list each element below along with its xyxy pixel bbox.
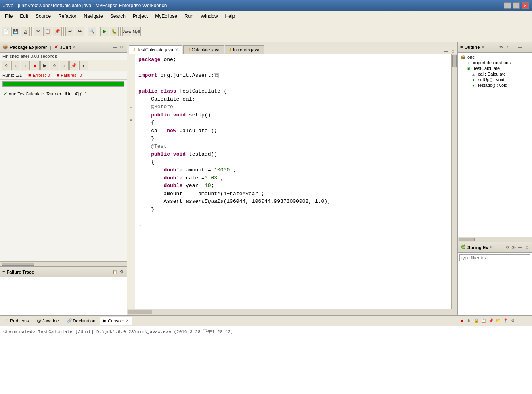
menu-navigate[interactable]: Navigate: [80, 13, 106, 20]
bottom-tab-console[interactable]: ▶ Console ✕: [100, 317, 132, 325]
editor-minimize[interactable]: —: [444, 48, 449, 54]
failure-trace-copy[interactable]: 📋: [112, 269, 118, 275]
menu-help[interactable]: Help: [222, 13, 239, 20]
junit-pin[interactable]: 📌: [69, 61, 78, 70]
toolbar-redo[interactable]: ↪: [75, 27, 84, 36]
junit-close-icon[interactable]: ✕: [73, 45, 76, 49]
junit-stop[interactable]: ■: [31, 61, 40, 70]
toolbar-paste[interactable]: 📌: [53, 27, 62, 36]
toolbar-search[interactable]: 🔍: [88, 27, 96, 36]
spring-refresh[interactable]: ↺: [505, 244, 510, 250]
toolbar-cut[interactable]: ✂: [34, 27, 42, 36]
menu-edit[interactable]: Edit: [17, 13, 31, 20]
menu-window[interactable]: Window: [197, 13, 221, 20]
toolbar-myeclipse[interactable]: MyE: [132, 27, 141, 36]
console-clear[interactable]: 🗑: [466, 318, 472, 324]
junit-rerun[interactable]: ▶: [40, 61, 49, 70]
console-open-file[interactable]: 📂: [495, 318, 501, 324]
outline-scroll-thumb[interactable]: [459, 238, 475, 241]
console-maximize[interactable]: □: [524, 318, 530, 324]
menu-myeclipse[interactable]: MyEclipse: [152, 13, 180, 20]
toolbar-java[interactable]: Java: [122, 27, 131, 36]
outline-scrollbar-horizontal[interactable]: [458, 237, 532, 242]
outline-item-package[interactable]: 📦 one: [459, 54, 530, 60]
menu-file[interactable]: File: [2, 13, 16, 20]
outline-item-testadd[interactable]: ● testadd() : void: [459, 82, 530, 88]
minimize-button[interactable]: —: [504, 2, 511, 9]
outline-item-field[interactable]: ▲ cal : Calculate: [459, 71, 530, 77]
bottom-tab-javadoc[interactable]: @ Javadoc: [33, 317, 62, 325]
maximize-left-panel[interactable]: □: [119, 44, 124, 50]
toolbar-undo[interactable]: ↩: [65, 27, 74, 36]
junit-next-failure[interactable]: ↓: [11, 61, 20, 70]
outline-item-class[interactable]: ◉ TestCalculate: [459, 65, 530, 71]
minimize-left-panel[interactable]: —: [112, 44, 118, 50]
editor-tab-testcalculate[interactable]: J TestCalculate.java ✕: [129, 45, 182, 54]
editor-tab-calculate[interactable]: J Calculate.java: [183, 45, 224, 54]
console-pin[interactable]: 📍: [502, 318, 509, 324]
outline-item-imports[interactable]: ▹ import declarations: [459, 60, 530, 65]
outline-collapse[interactable]: ≫: [498, 44, 504, 50]
console-minimize[interactable]: —: [517, 318, 523, 324]
junit-prev-failure[interactable]: ↑: [21, 61, 30, 70]
editor-scroll-thumb-h[interactable]: [128, 310, 152, 314]
maximize-button[interactable]: □: [513, 2, 520, 9]
close-button[interactable]: ✕: [522, 2, 529, 9]
junit-label[interactable]: JUnit: [60, 45, 71, 50]
toolbar-run[interactable]: ▶: [100, 27, 109, 36]
console-close[interactable]: ✕: [126, 318, 129, 323]
bottom-tab-problems[interactable]: ⚠ Problems: [2, 317, 32, 325]
menu-bar: File Edit Source Refactor Navigate Searc…: [0, 11, 532, 21]
outline-minimize[interactable]: —: [517, 44, 523, 50]
spring-minimize[interactable]: —: [517, 244, 523, 250]
toolbar-save[interactable]: 💾: [11, 27, 20, 36]
console-copy[interactable]: 📋: [480, 318, 487, 324]
bottom-tab-declaration[interactable]: 🔗 Declaration: [63, 317, 99, 325]
outline-filter[interactable]: ⚙: [511, 44, 517, 50]
menu-run[interactable]: Run: [181, 13, 197, 20]
editor-scroll-thumb-v[interactable]: [452, 55, 457, 67]
outline-close[interactable]: ✕: [481, 45, 484, 49]
junit-scroll[interactable]: ↕: [60, 61, 69, 70]
junit-show-only-failures[interactable]: ⚠: [50, 61, 59, 70]
console-paste[interactable]: 📌: [488, 318, 494, 324]
junit-view-menu[interactable]: ▾: [79, 61, 88, 70]
menu-source[interactable]: Source: [32, 13, 54, 20]
tab-close-1[interactable]: ✕: [175, 48, 178, 52]
junit-scrollbar[interactable]: [0, 261, 127, 266]
spring-close[interactable]: ✕: [490, 245, 493, 249]
console-scroll-lock[interactable]: 🔒: [473, 318, 480, 324]
outline-sort[interactable]: ↕: [505, 44, 510, 50]
editor-scrollbar-vertical[interactable]: [451, 54, 457, 309]
editor-scrollbar-horizontal[interactable]: [127, 309, 457, 315]
console-settings[interactable]: ⚙: [509, 318, 516, 324]
spring-collapse[interactable]: ≫: [511, 244, 517, 250]
junit-scroll-thumb[interactable]: [2, 263, 34, 266]
console-stop[interactable]: ■: [459, 318, 465, 324]
toolbar-print[interactable]: 🖨: [21, 27, 30, 36]
outline-item-setup[interactable]: ● setUp() : void: [459, 77, 530, 82]
failure-trace-label: Failure Trace: [6, 270, 34, 274]
editor-tab-fulifourth[interactable]: J fulifourth.java: [225, 45, 264, 54]
title-bar-buttons[interactable]: — □ ✕: [504, 2, 529, 9]
menu-project[interactable]: Project: [130, 13, 151, 20]
failure-trace-filter[interactable]: ⚙: [119, 269, 124, 275]
editor-content[interactable]: + - - ● package one; import org.junit.As…: [127, 54, 457, 309]
outline-maximize[interactable]: □: [524, 44, 530, 50]
package-explorer-label[interactable]: Package Explorer: [10, 45, 47, 50]
toolbar-copy[interactable]: 📋: [43, 27, 52, 36]
spring-filter-input[interactable]: [459, 254, 530, 261]
toolbar-new[interactable]: 📄: [2, 27, 10, 36]
outline-title: ≡ Outline ✕: [460, 45, 484, 50]
menu-search[interactable]: Search: [107, 13, 129, 20]
code-editor[interactable]: package one; import org.junit.Assert;□ p…: [135, 54, 451, 309]
junit-toolbar: ⟲ ↓ ↑ ■ ▶ ⚠ ↕ 📌 ▾: [0, 60, 127, 71]
menu-refactor[interactable]: Refactor: [55, 13, 80, 20]
junit-test-item[interactable]: ✔ one.TestCalculate [Runner: JUnit 4] (.…: [2, 90, 125, 97]
run-indicator: ●: [130, 118, 132, 122]
junit-history[interactable]: ⟲: [2, 61, 10, 70]
declaration-icon: 🔗: [67, 318, 72, 323]
toolbar-debug[interactable]: 🐛: [110, 27, 119, 36]
editor-maximize[interactable]: □: [450, 48, 456, 54]
spring-maximize[interactable]: □: [524, 244, 530, 250]
